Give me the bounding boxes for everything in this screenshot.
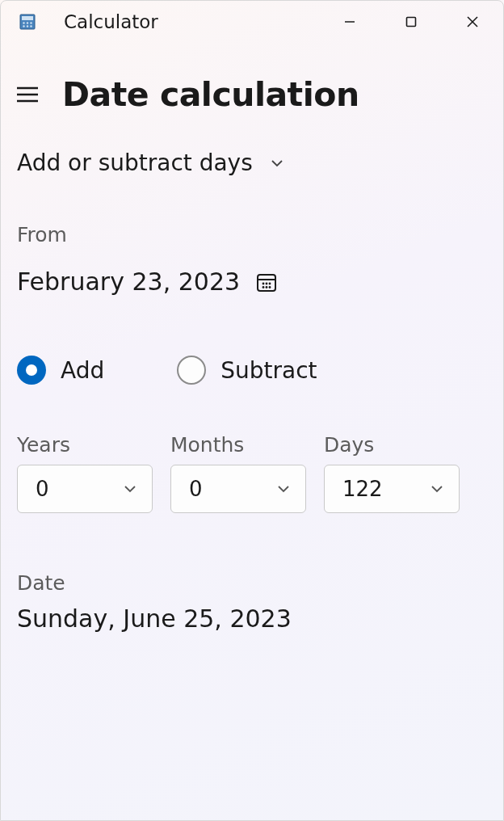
svg-point-18 <box>266 282 268 284</box>
svg-point-6 <box>27 25 28 27</box>
months-select[interactable]: 0 <box>170 465 306 513</box>
page-title: Date calculation <box>62 75 359 114</box>
add-radio[interactable]: Add <box>17 356 104 385</box>
chevron-down-icon <box>276 477 291 501</box>
svg-rect-9 <box>407 18 416 27</box>
years-column: Years 0 <box>17 433 153 513</box>
radio-unselected-icon <box>177 356 206 385</box>
header: Date calculation <box>1 43 503 122</box>
add-radio-label: Add <box>61 357 104 384</box>
minimize-button[interactable] <box>319 1 380 43</box>
result-label: Date <box>1 513 503 595</box>
chevron-down-icon <box>123 477 137 501</box>
subtract-radio[interactable]: Subtract <box>177 356 317 385</box>
chevron-down-icon <box>430 477 444 501</box>
svg-point-5 <box>23 25 24 27</box>
calculation-mode-dropdown[interactable]: Add or subtract days <box>1 122 503 176</box>
app-icon <box>19 13 36 31</box>
months-value: 0 <box>189 477 203 501</box>
operation-radio-group: Add Subtract <box>1 296 503 385</box>
svg-point-7 <box>30 25 32 27</box>
svg-rect-1 <box>22 16 33 20</box>
from-date-picker[interactable]: February 23, 2023 <box>1 246 503 296</box>
svg-point-4 <box>30 22 32 23</box>
from-date-value: February 23, 2023 <box>17 267 240 296</box>
from-label: From <box>1 176 503 246</box>
years-label: Years <box>17 433 153 457</box>
days-column: Days 122 <box>324 433 460 513</box>
months-label: Months <box>170 433 306 457</box>
calendar-icon <box>254 270 279 294</box>
svg-point-17 <box>262 282 265 284</box>
days-label: Days <box>324 433 460 457</box>
title-bar: Calculator <box>1 1 503 43</box>
calculation-mode-label: Add or subtract days <box>17 149 253 176</box>
maximize-button[interactable] <box>380 1 442 43</box>
radio-selected-icon <box>17 356 46 385</box>
close-button[interactable] <box>442 1 503 43</box>
svg-point-2 <box>23 22 24 23</box>
days-value: 122 <box>342 477 383 501</box>
svg-point-3 <box>27 22 28 23</box>
result-date: Sunday, June 25, 2023 <box>1 595 503 633</box>
app-title: Calculator <box>64 11 158 32</box>
svg-point-22 <box>269 286 271 288</box>
svg-point-19 <box>269 282 271 284</box>
svg-point-21 <box>266 286 268 288</box>
years-value: 0 <box>36 477 49 501</box>
years-select[interactable]: 0 <box>17 465 153 513</box>
subtract-radio-label: Subtract <box>220 357 317 384</box>
svg-point-20 <box>262 286 265 288</box>
days-select[interactable]: 122 <box>324 465 460 513</box>
menu-button[interactable] <box>15 82 40 107</box>
chevron-down-icon <box>269 155 285 171</box>
months-column: Months 0 <box>170 433 306 513</box>
offset-row: Years 0 Months 0 Days 122 <box>1 385 503 513</box>
